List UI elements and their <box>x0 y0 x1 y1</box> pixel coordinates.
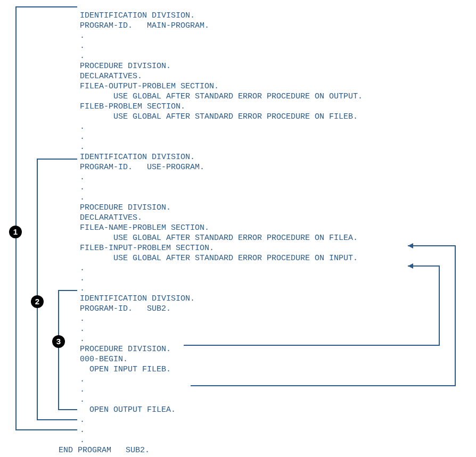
prog2-decl: DECLARATIVES. <box>80 213 465 223</box>
prog1-id-div: IDENTIFICATION DIVISION. <box>80 11 465 21</box>
brackets-svg <box>0 0 80 436</box>
prog2-use2: USE GLOBAL AFTER STANDARD ERROR PROCEDUR… <box>80 253 465 263</box>
prog2-procdiv: PROCEDURE DIVISION. <box>80 203 465 213</box>
dots-1a: . . . <box>80 31 465 61</box>
prog3-open-fileb: OPEN INPUT FILEB. <box>80 364 465 375</box>
prog3-id-div: IDENTIFICATION DIVISION. <box>80 294 465 304</box>
end-sub2: END PROGRAM SUB2. <box>59 445 465 455</box>
prog2-sec2: FILEB-INPUT-PROBLEM SECTION. <box>80 243 465 253</box>
prog1-decl: DECLARATIVES. <box>80 71 465 81</box>
prog1-sec1: FILEA-OUTPUT-PROBLEM SECTION. <box>80 81 465 92</box>
badge-2: 2 <box>31 295 44 308</box>
badge-1: 1 <box>9 226 22 238</box>
prog1-progid: PROGRAM-ID. MAIN-PROGRAM. <box>80 21 465 31</box>
prog2-sec1: FILEA-NAME-PROBLEM SECTION. <box>80 223 465 233</box>
prog2-progid: PROGRAM-ID. USE-PROGRAM. <box>80 162 465 172</box>
prog1-use1: USE GLOBAL AFTER STANDARD ERROR PROCEDUR… <box>80 92 465 102</box>
prog3-progid: PROGRAM-ID. SUB2. <box>80 304 465 314</box>
badge-3: 3 <box>52 335 65 348</box>
diagram-root: 1 2 3 IDENTIFICATION DIVISION. PROGRAM-I… <box>0 0 476 457</box>
dots-2b: . . . <box>80 263 465 294</box>
prog2-use1: USE GLOBAL AFTER STANDARD ERROR PROCEDUR… <box>80 233 465 243</box>
prog3-begin: 000-BEGIN. <box>80 354 465 364</box>
dots-2a: . . . <box>80 172 465 203</box>
dots-3a: . . . <box>80 314 465 344</box>
prog1-use2: USE GLOBAL AFTER STANDARD ERROR PROCEDUR… <box>80 112 465 122</box>
prog3-procdiv: PROCEDURE DIVISION. <box>80 344 465 354</box>
prog3-open-filea: OPEN OUTPUT FILEA. <box>80 405 465 415</box>
prog2-id-div: IDENTIFICATION DIVISION. <box>80 152 465 162</box>
dots-1b: . . . <box>80 122 465 152</box>
prog1-procdiv: PROCEDURE DIVISION. <box>80 61 465 71</box>
prog1-sec2: FILEB-PROBLEM SECTION. <box>80 102 465 112</box>
dots-3c: . . . <box>80 415 465 445</box>
dots-3b: . . . <box>80 375 465 405</box>
